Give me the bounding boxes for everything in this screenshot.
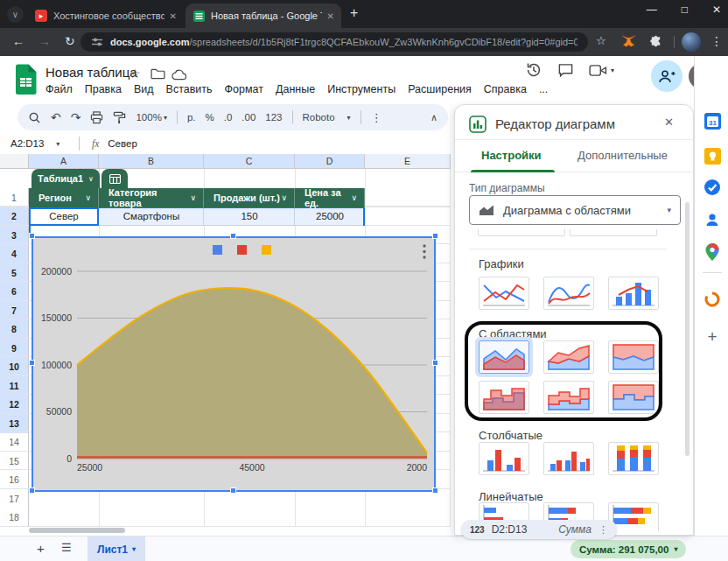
thumb-stacked-stepped-area-chart[interactable] [543, 381, 594, 414]
row-header[interactable]: 8 [0, 320, 29, 340]
select-all-corner[interactable] [0, 154, 29, 169]
calendar-icon[interactable]: 31 [704, 112, 721, 130]
move-folder-icon[interactable] [150, 68, 165, 80]
row-header[interactable]: 9 [0, 339, 29, 358]
chevron-down-icon[interactable]: ∨ [190, 193, 196, 202]
chart-resize-handle[interactable] [432, 487, 438, 494]
paint-format-icon[interactable] [113, 111, 126, 124]
maps-icon[interactable] [704, 243, 721, 261]
share-button[interactable] [651, 60, 682, 92]
format-percent-button[interactable]: % [206, 112, 214, 123]
close-icon[interactable]: ✕ [664, 116, 674, 129]
cell-c2[interactable]: 150 [204, 207, 295, 227]
thumb-combo-chart[interactable] [608, 277, 659, 310]
thumb-100-stacked-stepped-area-chart[interactable] [608, 381, 659, 414]
sheet-tab-active[interactable]: Лист1 ▾ [88, 536, 145, 561]
tasks-icon[interactable] [704, 179, 721, 196]
column-header[interactable]: A [29, 154, 99, 169]
thumb-line-chart[interactable] [479, 277, 529, 310]
row-header[interactable]: 1 [0, 188, 29, 207]
history-icon[interactable] [525, 61, 542, 79]
menu-item[interactable]: Вид [134, 83, 154, 95]
row-header[interactable]: 6 [0, 283, 29, 302]
video-call-icon[interactable]: ▾ [589, 64, 614, 77]
cell-d2[interactable]: 25000 [295, 207, 365, 227]
reload-button[interactable]: ↻ [65, 34, 75, 48]
format-currency-button[interactable]: р. [187, 112, 196, 123]
panel-scrollbar[interactable] [685, 202, 690, 456]
sheets-logo[interactable] [14, 64, 38, 95]
row-header[interactable]: 17 [0, 489, 29, 508]
thumb-100-stacked-area-chart[interactable] [608, 340, 659, 374]
chart-resize-handle[interactable] [230, 233, 236, 239]
menu-item[interactable]: Правка [85, 83, 122, 95]
zoom-select[interactable]: 100%▾ [136, 112, 166, 123]
column-header[interactable]: D [295, 154, 365, 169]
row-header[interactable]: 2 [0, 207, 29, 227]
browser-menu-icon[interactable]: ⋮ [710, 34, 723, 48]
row-header[interactable]: 14 [0, 433, 29, 452]
row-header[interactable]: 4 [0, 245, 29, 264]
tab-settings[interactable]: Настройки [481, 149, 542, 162]
chart-resize-handle[interactable] [432, 360, 438, 366]
more-formats-button[interactable]: 123 [265, 112, 282, 123]
redo-icon[interactable]: ↷ [71, 110, 81, 124]
chart-resize-handle[interactable] [29, 487, 35, 494]
thumb-stacked-column-chart[interactable] [608, 442, 659, 475]
extensions-puzzle-icon[interactable] [649, 35, 662, 48]
table-header-price[interactable]: Цена за ед.∨ [295, 188, 365, 207]
chart-resize-handle[interactable] [29, 233, 35, 239]
chevron-down-icon[interactable]: ∨ [351, 193, 357, 202]
table-header-category[interactable]: Категория товара∨ [99, 188, 204, 207]
more-options-icon[interactable]: ⋮ [371, 111, 382, 124]
cloud-status-icon[interactable] [172, 69, 188, 81]
data-range-pill[interactable]: 123 D2:D13 Сумма ⋮ [461, 520, 617, 539]
column-header[interactable]: C [204, 154, 295, 169]
menu-item[interactable]: Формат [225, 83, 263, 95]
row-header[interactable]: 11 [0, 376, 29, 396]
table-header-sales[interactable]: Продажи (шт.)∨ [204, 188, 295, 207]
tab-close-icon[interactable]: ✕ [170, 11, 177, 21]
row-header[interactable]: 16 [0, 471, 29, 490]
menu-item[interactable]: Вставить [166, 83, 213, 95]
document-title[interactable]: Новая таблица [46, 65, 137, 80]
column-header[interactable]: E [365, 154, 451, 169]
search-icon[interactable] [28, 111, 41, 124]
chevron-down-icon[interactable]: ∨ [85, 193, 91, 202]
menu-item[interactable]: Расширения [408, 83, 472, 95]
table-menu-chip[interactable] [102, 169, 128, 188]
chart-resize-handle[interactable] [432, 233, 438, 239]
decrease-decimal-button[interactable]: .0 [224, 112, 233, 123]
horizontal-scrollbar[interactable] [29, 528, 125, 533]
menu-item[interactable]: Данные [276, 83, 315, 95]
chevron-down-icon[interactable]: ∨ [281, 193, 287, 202]
keep-icon[interactable] [704, 147, 721, 165]
menu-item[interactable]: ... [539, 83, 548, 95]
browser-tab-active[interactable]: Новая таблица - Google Табли ✕ [186, 4, 341, 28]
comment-icon[interactable] [557, 62, 574, 79]
window-close-button[interactable]: ✕ [712, 4, 721, 16]
thumb-column-chart[interactable] [479, 442, 529, 475]
browser-tab-inactive[interactable]: ▸ Хостинговое сообщество «Tim ✕ [28, 4, 184, 28]
addon-icon[interactable] [704, 291, 721, 308]
formula-input[interactable]: Север [108, 138, 136, 149]
sum-badge[interactable]: Сумма: 291 075,00 ▾ [570, 540, 686, 558]
star-icon[interactable]: ☆ [130, 67, 141, 81]
window-maximize-button[interactable]: □ [682, 4, 688, 16]
metamask-icon[interactable] [621, 35, 636, 48]
more-options-icon[interactable]: ⋮ [598, 524, 608, 536]
cell-a2-active[interactable]: Север [29, 207, 99, 227]
new-tab-button[interactable]: + [350, 5, 358, 21]
undo-icon[interactable]: ↶ [51, 110, 61, 124]
thumb-stacked-area-chart[interactable] [543, 340, 594, 374]
menu-item[interactable]: Справка [484, 83, 527, 95]
window-minimize-button[interactable]: — [647, 4, 657, 16]
thumb-smooth-line-chart[interactable] [543, 277, 594, 310]
menu-item[interactable]: Инструменты [327, 83, 396, 95]
row-header[interactable]: 10 [0, 358, 29, 377]
tab-search-button[interactable]: ∨ [7, 6, 24, 23]
all-sheets-menu-icon[interactable]: ☰ [61, 541, 72, 554]
chart-type-select[interactable]: Диаграмма с областями ▾ [469, 195, 681, 225]
row-header[interactable]: 18 [0, 508, 29, 528]
collapse-toolbar-icon[interactable]: ∧ [430, 112, 438, 123]
